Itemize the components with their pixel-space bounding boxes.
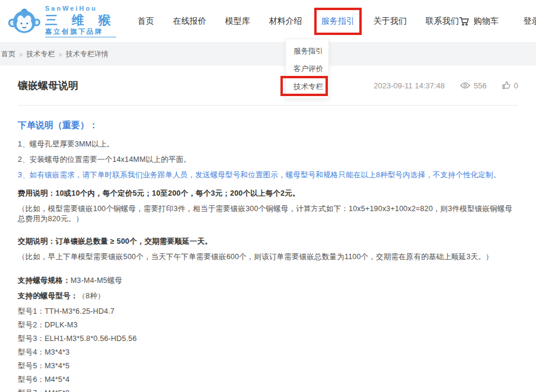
monkey-logo-icon [8,6,40,37]
fee-example: （比如，模型需要镶嵌100个铜螺母，需要打印3件，相当于需要镶嵌300个铜螺母，… [18,204,518,224]
header-right: 购物车 登录 / 注册 [459,16,536,27]
like-button[interactable]: 0 [502,81,518,90]
model-line-6: 型号6：M4*5*4 [18,375,518,385]
cart-button[interactable]: 购物车 [459,16,499,27]
model-line-4: 型号4：M3*4*3 [18,348,518,358]
breadcrumb-detail: 技术专栏详情 [66,49,109,59]
order-note-3: 3、如有镶嵌需求，请下单时联系我们业务跟单人员，发送螺母型号和位置图示，螺母型号… [18,170,518,180]
dropdown-item-customer-reviews[interactable]: 客户评价 [286,60,328,78]
cart-icon [459,17,470,26]
supported-spec-line: 支持螺母规格：M3-M4-M5螺母 [18,276,518,286]
model-line-5: 型号5：M3*4*5 [18,361,518,371]
breadcrumb-tech-column[interactable]: 技术专栏 [26,49,55,59]
order-note-1: 1、螺母孔壁厚要3MM以上。 [18,139,518,149]
thumbs-up-icon [502,81,511,90]
nav-item-home[interactable]: 首页 [138,14,154,29]
breadcrumb-band: 首页 > 技术专栏 > 技术专栏详情 [0,43,536,66]
dropdown-item-service-guide[interactable]: 服务指引 [286,42,328,60]
leadtime-example: （比如，早上下单模型需要镶嵌500个，当天下午下单需要镶嵌600个，则该订单需要… [18,252,518,262]
nav-item-online-quote[interactable]: 在线报价 [173,14,206,29]
breadcrumb-separator: > [58,51,62,58]
leadtime-note: 交期说明：订单镶嵌总数量 ≥ 500个，交期需要顺延一天。 [18,237,518,247]
brand-name-en: SanWeiHou [45,5,116,12]
brand-name-cn: 三 维 猴 [45,13,116,27]
order-note-2: 2、安装螺母的位置需要一个14x14MM以上的平面。 [18,155,518,165]
nav-item-about-us[interactable]: 关于我们 [374,14,407,29]
site-logo[interactable]: SanWeiHou 三 维 猴 嘉立创旗下品牌 [8,5,116,37]
article-body: 下单说明（重要）： 1、螺母孔壁厚要3MM以上。 2、安装螺母的位置需要一个14… [0,106,536,392]
breadcrumb-separator: > [19,51,23,58]
service-guide-dropdown: 服务指引 客户评价 技术专栏 [285,39,329,99]
dropdown-item-tech-column-label: 技术专栏 [293,82,323,91]
nav-item-materials[interactable]: 材料介绍 [269,14,302,29]
breadcrumb-home[interactable]: 首页 [1,49,15,59]
eye-icon [460,82,470,89]
views-counter: 556 [460,81,487,90]
nav-item-service-guide-label: 服务指引 [321,16,355,26]
supported-spec-value: M3-M4-M5螺母 [71,276,122,285]
likes-count: 0 [514,81,518,90]
cart-label: 购物车 [474,16,499,27]
model-line-1: 型号1：TTH-M3*6.25-HD4.7 [18,307,518,317]
page-title: 镶嵌螺母说明 [18,79,78,93]
main-nav: 首页 在线报价 模型库 材料介绍 服务指引 关于我们 联系我们 [138,14,459,29]
nav-item-model-library[interactable]: 模型库 [225,14,250,29]
views-count: 556 [474,81,487,90]
fee-note: 费用说明：10或10个内，每个定价5元；10至200个，每个3元；200个以上每… [18,189,518,199]
nav-item-service-guide[interactable]: 服务指引 [321,14,355,29]
article-title-row: 镶嵌螺母说明 2023-09-11 14:37:48 556 0 [0,66,536,105]
heading-order-notes: 下单说明（重要）： [18,120,518,131]
supported-models-label: 支持的螺母型号： [18,292,78,300]
article-date: 2023-09-11 14:37:48 [374,81,445,90]
auth-links: 登录 / 注册 [524,16,536,27]
article-meta: 2023-09-11 14:37:48 556 0 [374,81,518,90]
supported-models-value: （8种） [78,292,105,300]
brand-tagline: 嘉立创旗下品牌 [45,28,116,37]
nav-item-contact-us[interactable]: 联系我们 [426,14,459,29]
supported-spec-label: 支持螺母规格： [18,276,71,285]
login-link[interactable]: 登录 [524,16,536,27]
model-line-2: 型号2：DPLK-M3 [18,320,518,330]
supported-models-line: 支持的螺母型号：（8种） [18,291,518,301]
model-line-7: 型号7：M4*5*8 [18,388,518,392]
model-line-3: 型号3：ELH1-M3*5.8*0.56-HD5.56 [18,334,518,344]
site-header: SanWeiHou 三 维 猴 嘉立创旗下品牌 首页 在线报价 模型库 材料介绍… [0,0,536,43]
dropdown-item-tech-column[interactable]: 技术专栏 [286,78,328,95]
